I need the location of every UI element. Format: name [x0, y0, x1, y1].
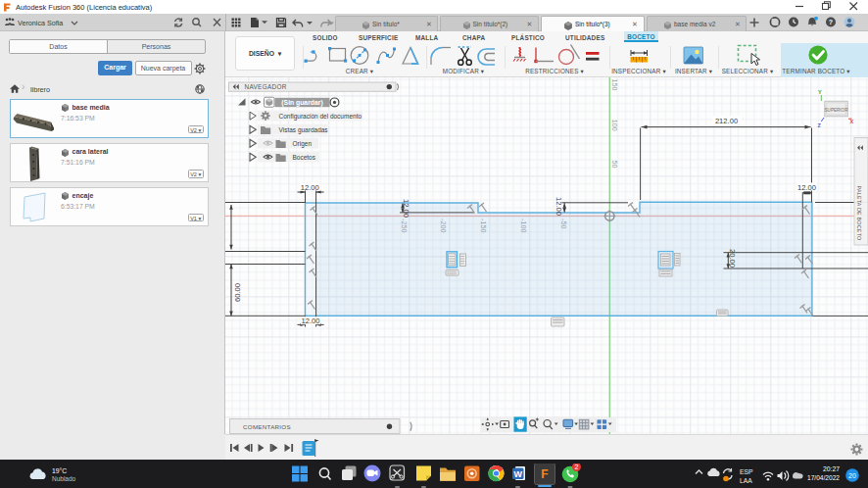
svg-text:150: 150 — [610, 78, 619, 90]
svg-text:Vistas guardadas: Vistas guardadas — [279, 125, 329, 133]
svg-text:(Sin guardar): (Sin guardar) — [281, 98, 322, 106]
svg-text:212.00: 212.00 — [715, 116, 738, 124]
svg-text:Y: Y — [818, 89, 822, 95]
svg-text:PALETA DE BOCETO: PALETA DE BOCETO — [856, 185, 862, 240]
svg-text:50: 50 — [610, 160, 619, 168]
svg-text:F: F — [541, 467, 548, 481]
svg-text:2: 2 — [575, 464, 579, 470]
svg-text:COMENTARIOS: COMENTARIOS — [243, 422, 291, 429]
svg-text:12.00: 12.00 — [797, 182, 816, 191]
svg-text:Configuración del documento: Configuración del documento — [279, 112, 362, 120]
svg-text:12.00: 12.00 — [555, 197, 563, 216]
svg-text:12.00: 12.00 — [402, 199, 410, 218]
svg-text:20.00: 20.00 — [728, 249, 737, 268]
svg-text:Origen: Origen — [293, 139, 313, 147]
svg-text:ESP: ESP — [740, 467, 753, 474]
svg-text:?: ? — [829, 19, 833, 25]
svg-text:SUPERIOR: SUPERIOR — [825, 107, 849, 112]
svg-text:12.00: 12.00 — [301, 317, 319, 325]
svg-text:60.00: 60.00 — [233, 282, 242, 301]
svg-text:100: 100 — [610, 119, 619, 130]
svg-text:LAA: LAA — [740, 476, 752, 483]
svg-text:12.00: 12.00 — [301, 182, 319, 191]
svg-text:W: W — [513, 468, 522, 478]
svg-text:Bocetos: Bocetos — [293, 153, 316, 160]
svg-text:20: 20 — [848, 472, 856, 479]
svg-text:NAVEGADOR: NAVEGADOR — [245, 83, 287, 90]
